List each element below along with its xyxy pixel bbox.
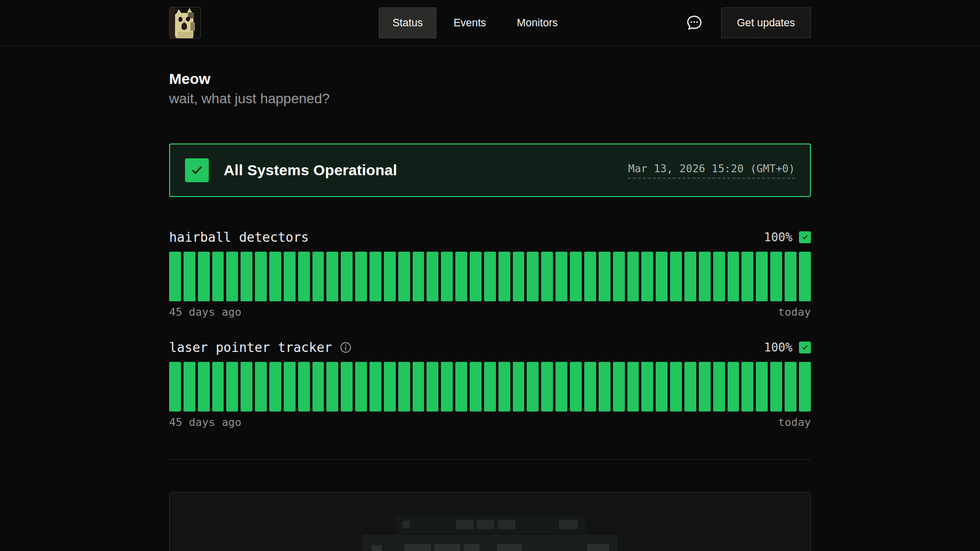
uptime-bar-day[interactable] (684, 362, 696, 412)
uptime-bar-day[interactable] (369, 252, 381, 301)
uptime-check-icon (799, 342, 811, 353)
uptime-bar-day[interactable] (513, 252, 525, 301)
uptime-bar-day[interactable] (770, 252, 782, 301)
uptime-bar-day[interactable] (398, 362, 410, 412)
uptime-bar-day[interactable] (441, 252, 453, 301)
uptime-bar-day[interactable] (184, 362, 195, 412)
uptime-bar-day[interactable] (398, 252, 410, 301)
uptime-bar-day[interactable] (498, 362, 510, 412)
uptime-bar-day[interactable] (656, 362, 668, 412)
monitor-section: laser pointer tracker 100% (169, 340, 811, 428)
uptime-bar-day[interactable] (312, 252, 324, 301)
uptime-bar-day[interactable] (527, 252, 539, 301)
uptime-bar-day[interactable] (627, 362, 639, 412)
uptime-bar-day[interactable] (670, 362, 682, 412)
uptime-bar-day[interactable] (241, 252, 252, 301)
uptime-bar-day[interactable] (255, 362, 267, 412)
uptime-bar-day[interactable] (484, 252, 496, 301)
uptime-bar-day[interactable] (641, 252, 653, 301)
uptime-bar-day[interactable] (269, 252, 281, 301)
nav-item-status[interactable]: Status (378, 7, 436, 38)
uptime-bar-day[interactable] (341, 252, 353, 301)
uptime-bar-day[interactable] (684, 252, 696, 301)
uptime-bar-day[interactable] (770, 362, 782, 412)
uptime-bar-day[interactable] (584, 252, 596, 301)
uptime-bar-day[interactable] (455, 252, 467, 301)
uptime-bar-day[interactable] (284, 362, 296, 412)
uptime-bar-day[interactable] (355, 362, 367, 412)
nav-item-monitors[interactable]: Monitors (503, 7, 571, 38)
uptime-bar-day[interactable] (484, 362, 496, 412)
uptime-bar-day[interactable] (541, 362, 553, 412)
uptime-bar-day[interactable] (326, 252, 338, 301)
uptime-bar-day[interactable] (656, 252, 668, 301)
uptime-bar-day[interactable] (670, 252, 682, 301)
uptime-bar-day[interactable] (513, 362, 525, 412)
uptime-bar-day[interactable] (785, 362, 796, 412)
uptime-bar-day[interactable] (326, 362, 338, 412)
uptime-bar-day[interactable] (613, 252, 625, 301)
status-timestamp[interactable]: Mar 13, 2026 15:20 (GMT+0) (628, 162, 795, 179)
uptime-bar-day[interactable] (212, 362, 224, 412)
uptime-bar-day[interactable] (756, 362, 768, 412)
uptime-bar-day[interactable] (799, 252, 811, 301)
nav-item-events[interactable]: Events (439, 7, 500, 38)
uptime-bar-day[interactable] (212, 252, 224, 301)
get-updates-button[interactable]: Get updates (721, 7, 811, 38)
uptime-bar-day[interactable] (169, 362, 181, 412)
uptime-bar-day[interactable] (756, 252, 768, 301)
uptime-bar-day[interactable] (570, 252, 582, 301)
uptime-bar-day[interactable] (470, 252, 482, 301)
info-icon[interactable] (339, 341, 352, 354)
feedback-chat-button[interactable] (685, 14, 703, 32)
uptime-bar-day[interactable] (269, 362, 281, 412)
uptime-bar-day[interactable] (284, 252, 296, 301)
uptime-bar-day[interactable] (799, 362, 811, 412)
uptime-bar-day[interactable] (713, 362, 725, 412)
uptime-bar-day[interactable] (384, 362, 396, 412)
site-logo[interactable] (169, 7, 201, 39)
uptime-bar-day[interactable] (226, 362, 238, 412)
uptime-bar-day[interactable] (699, 362, 711, 412)
uptime-bar-day[interactable] (599, 362, 611, 412)
uptime-bar-day[interactable] (699, 252, 711, 301)
uptime-bar-day[interactable] (184, 252, 195, 301)
uptime-bar-day[interactable] (169, 252, 181, 301)
uptime-bar-day[interactable] (498, 252, 510, 301)
uptime-bar-day[interactable] (298, 362, 310, 412)
uptime-bar-day[interactable] (427, 252, 438, 301)
uptime-bar-day[interactable] (555, 252, 567, 301)
uptime-bar-day[interactable] (741, 362, 753, 412)
uptime-bar-day[interactable] (555, 362, 567, 412)
uptime-bar-day[interactable] (541, 252, 553, 301)
uptime-bar-day[interactable] (226, 252, 238, 301)
uptime-bar-day[interactable] (198, 252, 210, 301)
uptime-bar-day[interactable] (312, 362, 324, 412)
uptime-bar-day[interactable] (713, 252, 725, 301)
uptime-bar-day[interactable] (198, 362, 210, 412)
uptime-bar-day[interactable] (341, 362, 353, 412)
uptime-bar-day[interactable] (728, 252, 739, 301)
uptime-bar-day[interactable] (741, 252, 753, 301)
uptime-bar-day[interactable] (413, 362, 425, 412)
uptime-bar-day[interactable] (785, 252, 796, 301)
uptime-bar-day[interactable] (641, 362, 653, 412)
uptime-bar-day[interactable] (627, 252, 639, 301)
uptime-bar-day[interactable] (527, 362, 539, 412)
uptime-bar-day[interactable] (570, 362, 582, 412)
uptime-bar-day[interactable] (369, 362, 381, 412)
uptime-bar-day[interactable] (470, 362, 482, 412)
uptime-bar-day[interactable] (241, 362, 252, 412)
uptime-bar-day[interactable] (441, 362, 453, 412)
uptime-bar-day[interactable] (413, 252, 425, 301)
uptime-bar-day[interactable] (298, 252, 310, 301)
uptime-bar-day[interactable] (355, 252, 367, 301)
uptime-bar-day[interactable] (584, 362, 596, 412)
uptime-bar-day[interactable] (599, 252, 611, 301)
uptime-bar-day[interactable] (728, 362, 739, 412)
uptime-bar-day[interactable] (455, 362, 467, 412)
uptime-bar-day[interactable] (384, 252, 396, 301)
uptime-bar-day[interactable] (427, 362, 438, 412)
uptime-bar-day[interactable] (255, 252, 267, 301)
uptime-bar-day[interactable] (613, 362, 625, 412)
